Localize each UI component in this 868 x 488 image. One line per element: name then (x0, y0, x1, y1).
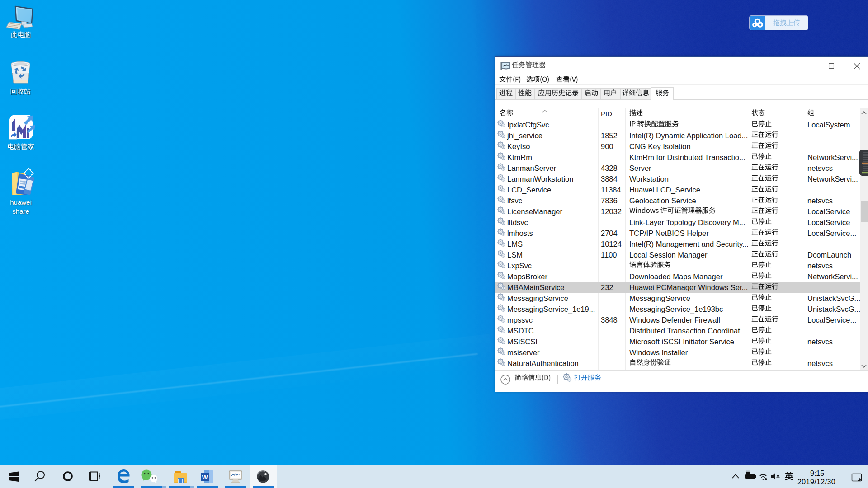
svg-text:W: W (202, 474, 208, 481)
